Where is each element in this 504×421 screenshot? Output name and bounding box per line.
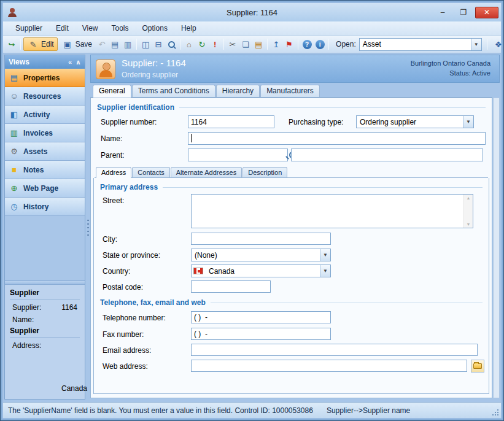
summary-address-row: Address:	[10, 340, 80, 352]
invoices-icon: ▥	[9, 128, 20, 138]
summary-supplier-value: 1164	[61, 303, 80, 312]
assets-icon: ⚙	[9, 147, 20, 156]
help-icon[interactable]: ?	[301, 38, 313, 51]
minimize-button[interactable]: –	[433, 7, 452, 18]
magnifier-icon	[168, 41, 176, 48]
summary-section-title: Supplier	[10, 288, 80, 299]
open-combobox[interactable]: Asset ▼	[359, 38, 482, 51]
sidebar-item-notes[interactable]: ■ Notes	[5, 161, 85, 179]
telephone-input[interactable]	[191, 311, 331, 323]
menu-edit[interactable]: Edit	[50, 23, 75, 34]
supplier-identification-group: Supplier identification	[97, 103, 486, 112]
collapse-panel-icon[interactable]: «	[68, 58, 72, 66]
summary-supplier-row: Supplier: 1164	[10, 302, 80, 314]
sidebar-item-properties[interactable]: ▤ Properties	[5, 69, 85, 87]
open-label: Open:	[336, 40, 356, 48]
address-tab-page: Primary address Street: ▲ ▼ City: State …	[93, 178, 489, 394]
upload-icon[interactable]: ↥	[270, 38, 282, 51]
view-columns-icon[interactable]: ◫	[139, 38, 152, 51]
country-combobox[interactable]: Canada ▼	[191, 265, 331, 277]
tab-address[interactable]: Address	[96, 167, 131, 178]
sidebar-item-assets[interactable]: ⚙ Assets	[5, 142, 85, 161]
paste-document-icon[interactable]: ▥	[122, 38, 134, 51]
sidebar-item-resources[interactable]: ☺ Resources	[5, 87, 85, 106]
country-dropdown-button[interactable]: ▼	[320, 265, 330, 277]
pin-panel-icon[interactable]: ∧	[76, 58, 81, 66]
info-icon[interactable]: i	[314, 38, 326, 51]
window-icon[interactable]: ❖	[492, 38, 504, 51]
city-input[interactable]	[191, 233, 331, 245]
exit-icon[interactable]: ↪	[6, 38, 18, 51]
tab-terms-and-conditions[interactable]: Terms and Conditions	[132, 85, 215, 97]
menu-view[interactable]: View	[76, 23, 104, 34]
purchasing-type-dropdown-button[interactable]: ▼	[463, 116, 473, 128]
tab-hierarchy[interactable]: Hierarchy	[216, 85, 260, 97]
properties-icon: ▤	[9, 73, 20, 83]
toolbar-separator	[487, 39, 487, 50]
save-button[interactable]: ▣ Save	[58, 37, 95, 51]
preview-icon[interactable]	[165, 38, 177, 51]
view-rows-icon[interactable]: ⊟	[152, 38, 165, 51]
general-tab-page: Supplier identification Supplier number:…	[90, 98, 492, 398]
sidebar-content-splitter[interactable]	[85, 55, 90, 400]
supplier-number-label: Supplier number:	[101, 118, 157, 126]
postal-code-label: Postal code:	[103, 283, 143, 292]
copy-icon[interactable]: ❏	[239, 38, 252, 51]
folder-icon	[473, 363, 482, 369]
state-dropdown-button[interactable]: ▼	[320, 249, 330, 261]
name-input[interactable]	[188, 132, 486, 145]
organization-icon[interactable]: ⌂	[183, 38, 195, 51]
sidebar-item-activity[interactable]: ◧ Activity	[5, 106, 85, 124]
summary-panel: Supplier Supplier: 1164 Name: Supplier A…	[5, 285, 85, 399]
refresh-icon[interactable]: ↻	[196, 38, 208, 51]
menu-supplier[interactable]: Supplier	[9, 23, 48, 34]
email-input[interactable]	[191, 344, 478, 356]
record-subtitle: Ordering supplier	[122, 71, 178, 79]
sidebar-item-history[interactable]: ◷ History	[5, 198, 85, 216]
edit-button[interactable]: ✎ Edit	[23, 37, 58, 51]
resize-grip[interactable]	[492, 409, 499, 416]
street-textarea[interactable]	[192, 195, 463, 228]
views-list: ▤ Properties ☺ Resources ◧ Activity ▥ In…	[5, 69, 85, 280]
purchasing-type-combobox[interactable]: Ordering supplier ▼	[356, 115, 474, 128]
supplier-number-input[interactable]	[188, 115, 274, 128]
sidebar-item-invoices[interactable]: ▥ Invoices	[5, 124, 85, 142]
parent-lookup-input[interactable]	[188, 149, 288, 161]
menubar: Supplier Edit View Tools Options Help	[3, 21, 501, 36]
toolbar-separator	[136, 39, 137, 50]
tab-manufacturers[interactable]: Manufacturers	[260, 85, 320, 97]
open-dropdown-button[interactable]: ▼	[471, 39, 481, 50]
tab-general[interactable]: General	[93, 85, 131, 98]
fax-input[interactable]	[191, 328, 331, 340]
parent-name-input[interactable]	[291, 149, 483, 161]
tab-alternate-addresses[interactable]: Alternate Addresses	[171, 167, 242, 177]
web-address-input[interactable]	[191, 360, 467, 372]
paste-icon[interactable]: ▤	[252, 38, 265, 51]
menu-help[interactable]: Help	[175, 23, 203, 34]
scroll-up-icon[interactable]: ▲	[467, 196, 471, 200]
menu-options[interactable]: Options	[136, 23, 174, 34]
tab-description[interactable]: Description	[242, 167, 287, 177]
summary-section-title: Supplier	[10, 326, 80, 338]
open-combobox-value: Asset	[360, 40, 471, 48]
sidebar-item-web-page[interactable]: ⊕ Web Page	[5, 179, 85, 198]
copy-document-icon[interactable]: ▤	[109, 38, 121, 51]
undo-icon[interactable]: ↶	[96, 38, 108, 51]
content-scrollbar[interactable]	[493, 98, 500, 398]
app-window: Supplier: 1164 – ❐ ✕ Supplier Edit View …	[0, 0, 504, 421]
scroll-down-icon[interactable]: ▼	[467, 222, 471, 226]
record-location: Burlington Ontario Canada	[411, 58, 490, 68]
flag-icon[interactable]: ⚑	[283, 38, 295, 51]
street-scrollbar[interactable]: ▲ ▼	[463, 195, 473, 228]
tab-contacts[interactable]: Contacts	[132, 167, 169, 177]
state-combobox[interactable]: (None) ▼	[191, 249, 331, 261]
maximize-button[interactable]: ❐	[454, 7, 473, 18]
alert-icon[interactable]: !	[209, 38, 221, 51]
close-button[interactable]: ✕	[475, 7, 498, 18]
cut-icon[interactable]: ✂	[227, 38, 239, 51]
browse-button[interactable]	[471, 360, 484, 373]
postal-code-input[interactable]	[191, 280, 271, 293]
sidebar-horizontal-splitter[interactable]	[5, 280, 85, 285]
menu-tools[interactable]: Tools	[106, 23, 135, 34]
primary-address-group: Primary address	[100, 183, 483, 191]
